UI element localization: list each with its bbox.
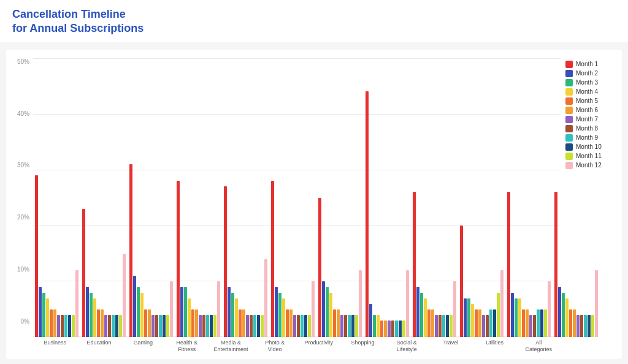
title-line2: for Annual Subscriptions (12, 22, 144, 34)
chart-title: Cancellation Timeline for Annual Subscri… (12, 7, 616, 36)
bar (68, 315, 71, 337)
bar (115, 315, 118, 337)
bar (453, 281, 456, 337)
bar (471, 304, 474, 338)
bar (351, 315, 354, 337)
bar (391, 320, 394, 337)
bar (90, 293, 93, 338)
bar (202, 315, 205, 337)
bar (366, 91, 369, 337)
bar (569, 309, 572, 338)
category-group (269, 58, 316, 338)
bar (282, 298, 285, 338)
bar (554, 192, 557, 337)
bar (475, 309, 478, 338)
bar (75, 270, 78, 337)
bar (584, 315, 587, 337)
bars-and-legend: BusinessEducationGamingHealth &FitnessMe… (33, 58, 616, 353)
bar (93, 298, 96, 338)
bar (446, 315, 449, 337)
bar (482, 315, 485, 337)
bar (184, 287, 187, 337)
bar (86, 287, 89, 337)
bar (344, 315, 347, 337)
category-group (175, 58, 222, 338)
bar (460, 226, 463, 337)
x-axis-label: AllCategories (516, 339, 561, 353)
bar (261, 315, 264, 337)
bar (140, 293, 144, 338)
bar (82, 209, 85, 338)
bar (540, 309, 543, 338)
bar (188, 298, 191, 338)
category-group (128, 58, 175, 338)
bar (369, 304, 372, 338)
bar (515, 298, 518, 338)
bar (450, 315, 453, 337)
bar (242, 309, 245, 338)
x-labels: BusinessEducationGamingHealth &FitnessMe… (33, 339, 561, 353)
bar (53, 309, 56, 338)
bar (129, 164, 132, 337)
category-group (411, 58, 458, 338)
bar (293, 315, 296, 337)
bar (424, 298, 427, 338)
category-group (364, 58, 411, 338)
bar (464, 298, 467, 338)
bar (355, 315, 358, 337)
bar (39, 287, 42, 337)
chart-area: 0%10%20%30%40%50% BusinessEducationGamin… (6, 50, 622, 359)
category-group (316, 58, 364, 338)
x-axis-label: Productivity (297, 339, 341, 353)
category-group (553, 58, 600, 338)
bar (119, 315, 122, 337)
y-axis-label: 30% (17, 162, 29, 169)
bar (253, 315, 256, 337)
bar (318, 198, 321, 338)
bar (206, 315, 209, 337)
bar (177, 181, 180, 337)
bar (427, 309, 431, 338)
y-axis: 0%10%20%30%40%50% (6, 58, 33, 325)
bar (195, 309, 198, 338)
bar (565, 298, 569, 338)
bar (518, 298, 521, 338)
bar (199, 315, 202, 337)
bar (286, 309, 289, 338)
bar (123, 254, 126, 338)
bar (420, 293, 423, 338)
bar (326, 287, 329, 337)
bar (526, 309, 529, 338)
bar (416, 287, 419, 337)
bar (250, 315, 253, 337)
grid-and-bars (33, 58, 561, 338)
bar (170, 281, 173, 337)
bar (217, 281, 220, 337)
title-line1: Cancellation Timeline (12, 8, 126, 20)
bar (50, 309, 53, 338)
bar (529, 315, 532, 337)
bar (148, 309, 151, 338)
bars-row (33, 58, 561, 338)
bar (72, 315, 75, 337)
bar (275, 287, 278, 337)
bar (289, 309, 293, 338)
bar (101, 309, 104, 338)
bar (112, 315, 115, 337)
bar (377, 315, 380, 337)
bar (497, 293, 500, 338)
category-group (505, 58, 553, 338)
bar (137, 287, 140, 337)
bar (395, 320, 398, 337)
bars-section: BusinessEducationGamingHealth &FitnessMe… (33, 58, 561, 353)
bar (301, 315, 304, 337)
bar (264, 259, 267, 338)
bar (591, 315, 594, 337)
bar (224, 186, 227, 337)
bar (588, 315, 591, 337)
chart-container: 0%10%20%30%40%50% BusinessEducationGamin… (0, 42, 628, 364)
bar (304, 315, 307, 337)
bar (511, 293, 514, 338)
y-axis-label: 10% (17, 266, 29, 273)
bar (467, 298, 470, 338)
